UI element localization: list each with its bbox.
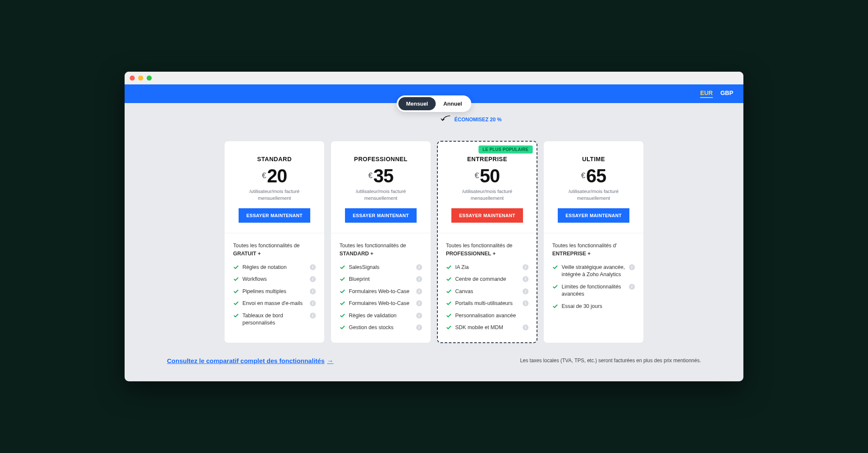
feature-label: Personnalisation avancée <box>455 312 516 320</box>
inherit-prefix: Toutes les fonctionnalités de <box>339 243 406 249</box>
info-icon[interactable]: i <box>416 324 422 330</box>
info-icon[interactable]: i <box>523 276 529 282</box>
info-icon[interactable]: i <box>523 300 529 306</box>
check-icon <box>339 300 345 306</box>
price-amount: 20 <box>267 167 287 185</box>
feature-label: Essai de 30 jours <box>562 303 602 310</box>
inherit-prefix: Toutes les fonctionnalités d' <box>552 243 617 249</box>
price-subtext: /utilisateur/mois facturé mensuellement <box>560 188 628 201</box>
feature-item: Essai de 30 jours <box>552 303 635 310</box>
try-now-button[interactable]: ESSAYER MAINTENANT <box>558 208 629 223</box>
price-amount: 35 <box>373 167 393 185</box>
plan-body: Toutes les fonctionnalités d' ENTREPRISE… <box>544 233 643 343</box>
try-now-button[interactable]: ESSAYER MAINTENANT <box>239 208 310 223</box>
feature-item: Règles de notationi <box>233 264 316 271</box>
feature-label: Canvas <box>455 288 473 296</box>
plan-price: €20 <box>233 167 316 185</box>
plan-head: PROFESSIONNEL€35/utilisateur/mois factur… <box>331 141 431 233</box>
check-icon <box>552 284 558 290</box>
check-icon <box>446 276 452 282</box>
compare-features-link[interactable]: Consultez le comparatif complet des fonc… <box>167 357 334 364</box>
feature-item: Envoi en masse d'e-mailsi <box>233 300 316 308</box>
feature-item: Canvasi <box>446 288 529 296</box>
feature-label: Envoi en masse d'e-mails <box>242 300 303 308</box>
feature-label: Règles de validation <box>349 312 397 320</box>
plan-card-standard: STANDARD€20/utilisateur/mois facturé men… <box>225 141 324 343</box>
try-now-button[interactable]: ESSAYER MAINTENANT <box>345 208 417 223</box>
plan-body: Toutes les fonctionnalités de GRATUIT +R… <box>225 233 324 343</box>
browser-window: EURGBP Mensuel Annuel ÉCONOMISEZ 20 % ST… <box>125 72 743 381</box>
currency-symbol: € <box>262 171 266 180</box>
info-icon[interactable]: i <box>523 288 529 294</box>
feature-label: Tableaux de bord personnalisés <box>242 312 307 327</box>
inherit-plan-name: PROFESSIONNEL + <box>446 251 496 257</box>
price-amount: 50 <box>480 167 500 185</box>
feature-label: Portails multi-utilisateurs <box>455 300 512 308</box>
feature-label: Workflows <box>242 276 267 283</box>
inherit-prefix: Toutes les fonctionnalités de <box>233 243 300 249</box>
feature-list: Veille stratégique avancée, intégrée à Z… <box>552 264 635 310</box>
feature-label: Blueprint <box>349 276 370 283</box>
billing-yearly-option[interactable]: Annuel <box>436 97 470 110</box>
info-icon[interactable]: i <box>629 264 635 270</box>
currency-tab-eur[interactable]: EUR <box>700 89 713 98</box>
compare-link-text: Consultez le comparatif complet des fonc… <box>167 357 325 364</box>
feature-item: Portails multi-utilisateursi <box>446 300 529 308</box>
feature-item: Veille stratégique avancée, intégrée à Z… <box>552 264 635 279</box>
feature-item: Limites de fonctionnalités avancéesi <box>552 283 635 298</box>
check-icon <box>233 288 239 294</box>
check-icon <box>446 264 452 270</box>
plan-head: STANDARD€20/utilisateur/mois facturé men… <box>225 141 324 233</box>
currency-symbol: € <box>581 171 585 180</box>
arrow-right-icon: → <box>327 357 334 364</box>
feature-label: Gestion des stocks <box>349 324 394 332</box>
feature-label: Limites de fonctionnalités avancées <box>562 283 626 298</box>
info-icon[interactable]: i <box>416 276 422 282</box>
window-close-button[interactable] <box>130 76 135 81</box>
info-icon[interactable]: i <box>416 300 422 306</box>
currency-tab-gbp[interactable]: GBP <box>721 89 733 98</box>
info-icon[interactable]: i <box>523 324 529 330</box>
info-icon[interactable]: i <box>416 313 422 319</box>
inherit-line: Toutes les fonctionnalités de GRATUIT + <box>233 242 316 258</box>
info-icon[interactable]: i <box>310 313 316 319</box>
check-icon <box>552 264 558 270</box>
currency-tabs: EURGBP <box>700 89 733 98</box>
feature-label: IA Zia <box>455 264 469 271</box>
info-icon[interactable]: i <box>310 288 316 294</box>
feature-item: Gestion des stocksi <box>339 324 422 332</box>
plan-card-professionnel: PROFESSIONNEL€35/utilisateur/mois factur… <box>331 141 431 343</box>
feature-label: Pipelines multiples <box>242 288 287 296</box>
feature-label: SDK mobile et MDM <box>455 324 503 332</box>
billing-monthly-option[interactable]: Mensuel <box>398 97 436 110</box>
plan-body: Toutes les fonctionnalités de STANDARD +… <box>331 233 431 343</box>
check-icon <box>446 300 452 306</box>
top-bar: EURGBP Mensuel Annuel ÉCONOMISEZ 20 % <box>125 84 743 103</box>
price-amount: 65 <box>586 167 606 185</box>
inherit-plan-name: ENTREPRISE + <box>552 251 591 257</box>
window-maximize-button[interactable] <box>147 76 152 81</box>
footer-row: Consultez le comparatif complet des fonc… <box>167 357 701 364</box>
info-icon[interactable]: i <box>310 276 316 282</box>
info-icon[interactable]: i <box>416 288 422 294</box>
try-now-button[interactable]: ESSAYER MAINTENANT <box>451 208 523 223</box>
check-icon <box>552 303 558 309</box>
info-icon[interactable]: i <box>629 284 635 290</box>
savings-text: ÉCONOMISEZ 20 % <box>454 117 501 123</box>
plan-price: €65 <box>552 167 635 185</box>
check-icon <box>446 313 452 319</box>
inherit-line: Toutes les fonctionnalités d' ENTREPRISE… <box>552 242 635 258</box>
info-icon[interactable]: i <box>523 264 529 270</box>
window-minimize-button[interactable] <box>138 76 143 81</box>
feature-list: SalesSignalsiBlueprintiFormulaires Web-t… <box>339 264 422 332</box>
info-icon[interactable]: i <box>416 264 422 270</box>
tax-disclaimer: Les taxes locales (TVA, TPS, etc.) seron… <box>520 358 701 364</box>
check-icon <box>339 276 345 282</box>
info-icon[interactable]: i <box>310 300 316 306</box>
info-icon[interactable]: i <box>310 264 316 270</box>
feature-item: SDK mobile et MDMi <box>446 324 529 332</box>
check-icon <box>233 313 239 319</box>
inherit-line: Toutes les fonctionnalités de PROFESSION… <box>446 242 529 258</box>
check-icon <box>339 288 345 294</box>
feature-item: Pipelines multiplesi <box>233 288 316 296</box>
